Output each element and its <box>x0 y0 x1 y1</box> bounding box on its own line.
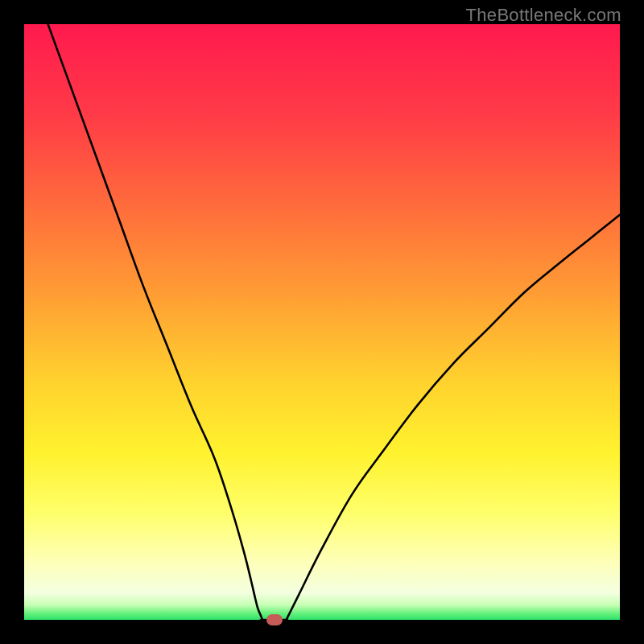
chart-frame: TheBottleneck.com <box>0 0 644 644</box>
bottleneck-chart <box>24 24 620 620</box>
gradient-bg <box>24 24 620 620</box>
watermark-text: TheBottleneck.com <box>466 5 621 26</box>
